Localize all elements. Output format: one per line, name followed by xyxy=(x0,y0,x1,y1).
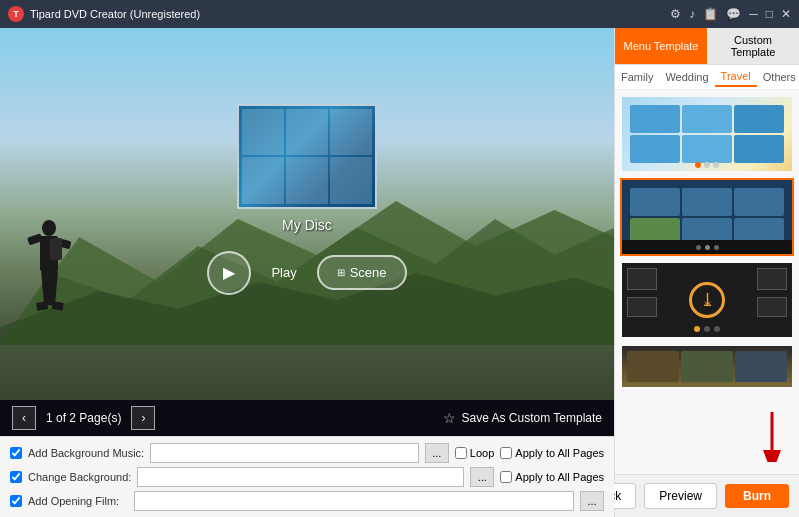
title-bar-text: Tipard DVD Creator (Unregistered) xyxy=(30,8,664,20)
template-item-2[interactable] xyxy=(620,178,794,256)
save-template-label: Save As Custom Template xyxy=(461,411,602,425)
save-template-button[interactable]: ☆ Save As Custom Template xyxy=(443,410,602,426)
template-item-4[interactable] xyxy=(620,344,794,389)
change-bg-checkbox[interactable] xyxy=(10,471,22,483)
maximize-icon[interactable]: □ xyxy=(766,7,773,21)
minimize-icon[interactable]: ─ xyxy=(749,7,758,21)
page-info: 1 of 2 Page(s) xyxy=(46,411,121,425)
tpl1-thumb xyxy=(630,105,680,133)
tpl2-thumb xyxy=(734,188,784,216)
svg-rect-9 xyxy=(36,301,48,311)
opening-film-row: Add Opening Film: ... xyxy=(10,491,604,511)
preview-controls: ▶ Play ⊞ Scene xyxy=(207,251,406,295)
apply-all-pages-checkbox[interactable] xyxy=(500,447,512,459)
title-bar: T Tipard DVD Creator (Unregistered) ⚙ ♪ … xyxy=(0,0,799,28)
play-label: Play xyxy=(271,265,296,280)
category-others[interactable]: Others xyxy=(757,68,799,86)
tpl1-thumb xyxy=(630,135,680,163)
template-tabs: Menu Template Custom Template xyxy=(615,28,799,65)
tpl1-thumb xyxy=(734,135,784,163)
star-icon: ☆ xyxy=(443,410,456,426)
tpl1-thumb xyxy=(734,105,784,133)
loop-check-group: Loop xyxy=(455,447,494,459)
thumb-cell xyxy=(330,157,372,204)
change-bg-input[interactable] xyxy=(137,467,464,487)
category-wedding[interactable]: Wedding xyxy=(659,68,714,86)
svg-rect-10 xyxy=(52,301,64,311)
bg-music-input[interactable] xyxy=(150,443,419,463)
burn-button[interactable]: Burn xyxy=(725,484,789,508)
volume-icon[interactable]: ♪ xyxy=(689,7,695,21)
nav-controls: ‹ 1 of 2 Page(s) › xyxy=(12,406,155,430)
template-list: ⤓ xyxy=(615,90,799,474)
tpl1-thumb xyxy=(682,135,732,163)
change-bg-apply-checkbox[interactable] xyxy=(500,471,512,483)
category-family[interactable]: Family xyxy=(615,68,659,86)
download-icon: ⤓ xyxy=(689,282,725,318)
loop-label: Loop xyxy=(470,447,494,459)
settings-icon[interactable]: ⚙ xyxy=(670,7,681,21)
chat-icon[interactable]: 💬 xyxy=(726,7,741,21)
main-layout: My Disc ▶ Play ⊞ Scene ‹ 1 of 2 Page(s) … xyxy=(0,28,799,517)
category-travel[interactable]: Travel xyxy=(715,67,757,87)
loop-checkbox[interactable] xyxy=(455,447,467,459)
thumb-cell xyxy=(242,157,284,204)
title-bar-controls: ⚙ ♪ 📋 💬 ─ □ ✕ xyxy=(670,7,791,21)
bottom-controls: Add Background Music: ... Loop Apply to … xyxy=(0,436,614,517)
disc-image xyxy=(239,106,375,207)
thumb-cell xyxy=(330,109,372,156)
thumb-cell xyxy=(286,109,328,156)
apply-all-pages-check-group: Apply to All Pages xyxy=(500,447,604,459)
change-bg-apply-check-group: Apply to All Pages xyxy=(500,471,604,483)
tpl2-thumb xyxy=(630,188,680,216)
tpl1-thumb xyxy=(682,105,732,133)
next-page-button[interactable]: › xyxy=(131,406,155,430)
scene-icon: ⊞ xyxy=(337,267,345,278)
play-button[interactable]: ▶ xyxy=(207,251,251,295)
bg-music-label: Add Background Music: xyxy=(28,447,144,459)
disc-title: My Disc xyxy=(282,217,332,233)
opening-film-browse-button[interactable]: ... xyxy=(580,491,604,511)
preview-button[interactable]: Preview xyxy=(644,483,717,509)
close-icon[interactable]: ✕ xyxy=(781,7,791,21)
nav-bar: ‹ 1 of 2 Page(s) › ☆ Save As Custom Temp… xyxy=(0,400,614,436)
category-tabs: Family Wedding Travel Others ► xyxy=(615,65,799,90)
prev-page-button[interactable]: ‹ xyxy=(12,406,36,430)
app-logo: T xyxy=(8,6,24,22)
apply-all-pages-label: Apply to All Pages xyxy=(515,447,604,459)
bg-music-checkbox[interactable] xyxy=(10,447,22,459)
change-bg-row: Change Background: ... Apply to All Page… xyxy=(10,467,604,487)
bg-music-browse-button[interactable]: ... xyxy=(425,443,449,463)
bottom-button-row: Menu Back Preview Burn xyxy=(615,474,799,517)
menu-template-tab[interactable]: Menu Template xyxy=(615,28,707,64)
bg-music-row: Add Background Music: ... Loop Apply to … xyxy=(10,443,604,463)
person-silhouette xyxy=(22,218,77,348)
change-bg-apply-label: Apply to All Pages xyxy=(515,471,604,483)
scene-button[interactable]: ⊞ Scene xyxy=(317,255,407,290)
file-icon[interactable]: 📋 xyxy=(703,7,718,21)
opening-film-checkbox[interactable] xyxy=(10,495,22,507)
thumb-cell xyxy=(286,157,328,204)
disc-thumbnail xyxy=(237,104,377,209)
preview-area: My Disc ▶ Play ⊞ Scene xyxy=(0,28,614,400)
change-bg-label: Change Background: xyxy=(28,471,131,483)
change-bg-browse-button[interactable]: ... xyxy=(470,467,494,487)
template-item-1[interactable] xyxy=(620,95,794,173)
svg-point-3 xyxy=(42,220,56,236)
custom-template-tab[interactable]: Custom Template xyxy=(707,28,799,64)
opening-film-label: Add Opening Film: xyxy=(28,495,128,507)
thumb-cell xyxy=(242,109,284,156)
template-item-3[interactable]: ⤓ xyxy=(620,261,794,339)
opening-film-input[interactable] xyxy=(134,491,574,511)
tpl2-thumb xyxy=(682,188,732,216)
left-panel: My Disc ▶ Play ⊞ Scene ‹ 1 of 2 Page(s) … xyxy=(0,28,614,517)
right-panel: Menu Template Custom Template Family Wed… xyxy=(614,28,799,517)
svg-rect-11 xyxy=(50,238,62,260)
preview-content: My Disc ▶ Play ⊞ Scene xyxy=(207,104,406,295)
